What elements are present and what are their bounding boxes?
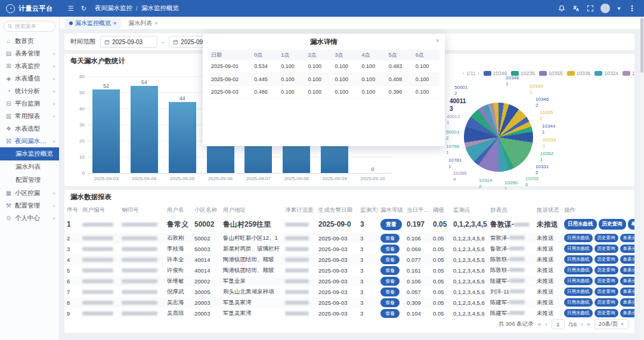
filter-funnel-icon[interactable]: ▼ — [561, 208, 562, 212]
action-单表分析[interactable]: 单表分析 — [628, 219, 635, 230]
pie-slice-label-10339: 103391 — [530, 84, 543, 95]
bar[interactable] — [169, 102, 196, 173]
modal-close-icon[interactable]: × — [436, 37, 439, 44]
sidebar-item-表务管理[interactable]: ▤表务管理∨ — [0, 47, 59, 60]
sidebar-item-夜间漏水监控[interactable]: ☵夜间漏水监控∧ — [0, 135, 59, 147]
action-日用水曲线[interactable]: 日用水曲线 — [564, 266, 593, 274]
action-单表分析[interactable]: 单表分析 — [620, 234, 635, 242]
pie[interactable] — [464, 103, 533, 172]
sidebar-subitem-漏水列表[interactable]: 漏水列表 — [0, 160, 59, 174]
cell-daily-avg: 0.309 — [404, 297, 431, 308]
view-detail-pill[interactable]: 查看 — [380, 234, 400, 243]
view-detail-pill[interactable]: 查看 — [380, 219, 402, 230]
more-options-icon[interactable] — [628, 5, 636, 13]
tab-漏水监控概览[interactable]: 漏水监控概览× — [64, 18, 121, 29]
bar[interactable] — [92, 89, 120, 173]
legend-next-icon[interactable]: › — [478, 70, 479, 76]
cell-net-flow-masked — [283, 297, 316, 308]
sidebar-item-水表通信[interactable]: ◈水表通信∨ — [0, 72, 59, 85]
action-单表分析[interactable]: 单表分析 — [620, 266, 635, 274]
view-detail-pill[interactable]: 查看 — [380, 266, 400, 275]
cell-net-flow-masked — [283, 243, 316, 254]
action-历史查询[interactable]: 历史查询 — [595, 255, 618, 264]
scrollbar-thumb[interactable] — [640, 18, 643, 73]
tab-漏水列表[interactable]: 漏水列表× — [123, 18, 162, 29]
legend-prev-icon[interactable]: ‹ — [463, 70, 465, 76]
page-size-select[interactable]: 20条/页 ▼ — [595, 319, 628, 329]
action-日用水曲线[interactable]: 日用水曲线 — [564, 245, 593, 253]
view-detail-pill[interactable]: 查看 — [380, 277, 400, 286]
action-历史查询[interactable]: 历史查询 — [595, 277, 618, 285]
action-日用水曲线[interactable]: 日用水曲线 — [564, 277, 593, 285]
sidebar-item-个人中心[interactable]: ⊙个人中心∨ — [0, 212, 59, 224]
action-单表分析[interactable]: 单表分析 — [620, 309, 635, 317]
pie-slice-label-50003: 500032 — [446, 129, 459, 141]
sidebar-search-input[interactable] — [15, 23, 51, 29]
legend-item-10346[interactable]: 10346 — [484, 70, 507, 76]
last-page-button[interactable]: » — [587, 321, 590, 327]
refresh-icon[interactable]: ↻ — [81, 5, 86, 13]
sidebar-item-水表选型[interactable]: ❖水表选型 — [0, 122, 59, 135]
sidebar-item-配置管理[interactable]: ⚒配置管理∨ — [0, 199, 59, 212]
prev-page-button[interactable]: ‹ — [545, 321, 547, 327]
modal-col-header: 6点 — [413, 50, 439, 60]
action-单表分析[interactable]: 单表分析 — [620, 298, 635, 307]
bar[interactable] — [131, 86, 158, 173]
action-日用水曲线[interactable]: 日用水曲线 — [564, 288, 593, 296]
action-日用水曲线[interactable]: 日用水曲线 — [564, 219, 597, 230]
view-detail-pill[interactable]: 查看 — [380, 309, 400, 318]
avatar[interactable] — [600, 4, 610, 13]
action-历史查询[interactable]: 历史查询 — [595, 298, 618, 307]
cell-user-name: 倪厚武 — [165, 286, 192, 297]
current-page-input[interactable]: 1 — [552, 319, 565, 329]
action-历史查询[interactable]: 历史查询 — [599, 219, 626, 230]
action-日用水曲线[interactable]: 日用水曲线 — [564, 309, 593, 317]
date-separator: - — [162, 39, 164, 45]
notification-bell-icon[interactable] — [558, 5, 565, 13]
sidebar-item-常用报表[interactable]: ▥常用报表∨ — [0, 110, 59, 122]
start-date-input[interactable]: 2025-09-03 — [100, 36, 157, 48]
language-icon[interactable] — [572, 5, 580, 13]
tab-close-icon[interactable]: × — [113, 20, 116, 26]
view-detail-pill[interactable]: 查看 — [380, 245, 400, 254]
sidebar-item-统计分析[interactable]: ◔统计分析∨ — [0, 85, 59, 97]
legend-item-10381[interactable]: 10381 — [623, 70, 634, 76]
legend-item-10336[interactable]: 10336 — [567, 70, 591, 76]
action-历史查询[interactable]: 历史查询 — [595, 309, 618, 317]
action-历史查询[interactable]: 历史查询 — [595, 245, 618, 253]
action-历史查询[interactable]: 历史查询 — [595, 288, 618, 296]
user-menu-chevron-icon[interactable]: ▼ — [617, 6, 621, 11]
action-历史查询[interactable]: 历史查询 — [595, 234, 618, 242]
action-单表分析[interactable]: 单表分析 — [620, 288, 635, 296]
sidebar-subitem-配置管理[interactable]: 配置管理 — [0, 174, 59, 187]
action-日用水曲线[interactable]: 日用水曲线 — [564, 234, 593, 242]
fullscreen-icon[interactable] — [586, 5, 594, 13]
sidebar-item-数首页[interactable]: ⌂数首页 — [0, 35, 59, 47]
sidebar-item-小区控漏[interactable]: ▦小区控漏∨ — [0, 187, 59, 199]
action-历史查询[interactable]: 历史查询 — [595, 266, 618, 274]
next-page-button[interactable]: › — [581, 321, 583, 327]
action-日用水曲线[interactable]: 日用水曲线 — [564, 298, 593, 307]
view-detail-pill[interactable]: 查看 — [380, 298, 400, 307]
collapse-menu-icon[interactable]: ☰ — [68, 5, 74, 13]
sidebar-item-平台监测[interactable]: ⊟平台监测∨ — [0, 97, 59, 110]
view-detail-pill[interactable]: 查看 — [380, 255, 400, 264]
sidebar-search[interactable] — [4, 21, 55, 32]
sidebar-item-水表监控[interactable]: ⊞水表监控∨ — [0, 60, 59, 72]
breadcrumb-parent[interactable]: 夜间漏水监控 — [95, 4, 132, 13]
action-单表分析[interactable]: 单表分析 — [620, 245, 635, 253]
sidebar-subitem-漏水监控概览[interactable]: 漏水监控概览 — [0, 147, 59, 160]
pie-label-name: 40011 — [450, 98, 466, 104]
tab-close-icon[interactable]: × — [154, 20, 157, 26]
vertical-scrollbar[interactable] — [640, 17, 644, 340]
cell-user-name: 许本全 — [165, 254, 192, 265]
legend-item-10324[interactable]: 10324 — [595, 70, 618, 76]
cell-user-no-masked — [80, 243, 119, 254]
action-单表分析[interactable]: 单表分析 — [620, 255, 635, 264]
cell-net-flow-masked — [283, 233, 316, 243]
legend-item-10355[interactable]: 10355 — [539, 70, 563, 76]
view-detail-pill[interactable]: 查看 — [380, 288, 400, 296]
first-page-button[interactable]: « — [538, 321, 541, 327]
action-日用水曲线[interactable]: 日用水曲线 — [564, 255, 593, 264]
action-单表分析[interactable]: 单表分析 — [620, 277, 635, 285]
